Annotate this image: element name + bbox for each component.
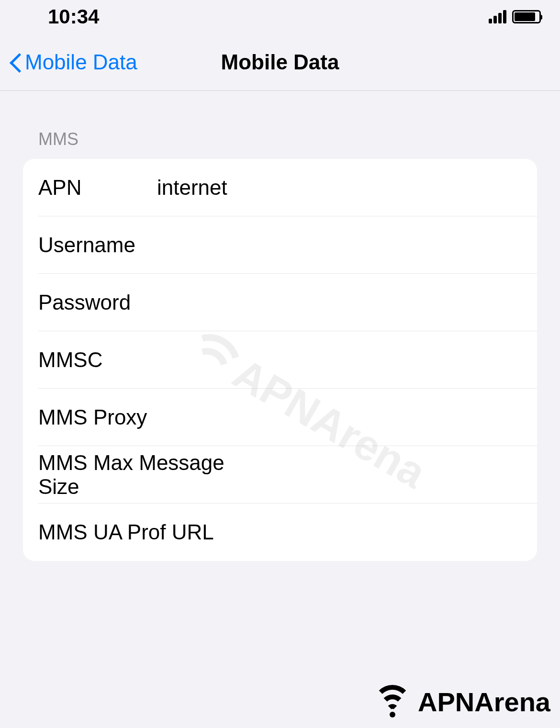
chevron-left-icon bbox=[10, 52, 21, 72]
username-input[interactable] bbox=[153, 233, 522, 257]
mms-max-size-input[interactable] bbox=[255, 463, 522, 487]
footer-brand-text: APNArena bbox=[418, 686, 550, 717]
battery-icon bbox=[512, 10, 541, 23]
row-label: APN bbox=[38, 176, 153, 200]
settings-row-mmsc[interactable]: MMSC bbox=[23, 331, 537, 389]
settings-row-username[interactable]: Username bbox=[23, 216, 537, 274]
back-button[interactable]: Mobile Data bbox=[0, 50, 137, 74]
cellular-signal-icon bbox=[489, 10, 506, 23]
settings-row-apn[interactable]: APN bbox=[23, 159, 537, 216]
row-label: Username bbox=[38, 233, 153, 257]
page-title: Mobile Data bbox=[221, 50, 339, 74]
footer-brand-logo: APNArena bbox=[371, 685, 550, 718]
status-bar: 10:34 bbox=[0, 0, 560, 34]
mmsc-input[interactable] bbox=[153, 348, 522, 372]
settings-row-mms-ua-prof[interactable]: MMS UA Prof URL bbox=[23, 504, 537, 561]
row-label: Password bbox=[38, 291, 153, 314]
apn-input[interactable] bbox=[153, 176, 522, 200]
content-area: MMS APN Username Password MMSC MMS Proxy bbox=[0, 91, 560, 561]
password-input[interactable] bbox=[153, 291, 522, 314]
status-indicators bbox=[489, 10, 541, 23]
section-header-mms: MMS bbox=[23, 129, 537, 149]
mms-proxy-input[interactable] bbox=[153, 405, 522, 429]
mms-ua-prof-input[interactable] bbox=[214, 520, 522, 544]
settings-row-mms-proxy[interactable]: MMS Proxy bbox=[23, 389, 537, 446]
row-label: MMS Max Message Size bbox=[38, 451, 255, 499]
wifi-icon bbox=[371, 685, 414, 718]
settings-group-mms: APN Username Password MMSC MMS Proxy MMS… bbox=[23, 159, 537, 561]
row-label: MMS UA Prof URL bbox=[38, 520, 214, 544]
back-button-label: Mobile Data bbox=[25, 50, 137, 74]
navigation-bar: Mobile Data Mobile Data bbox=[0, 34, 560, 91]
settings-row-password[interactable]: Password bbox=[23, 274, 537, 331]
row-label: MMSC bbox=[38, 348, 153, 372]
settings-row-mms-max-size[interactable]: MMS Max Message Size bbox=[23, 446, 537, 504]
row-label: MMS Proxy bbox=[38, 405, 153, 429]
status-time: 10:34 bbox=[48, 5, 99, 28]
